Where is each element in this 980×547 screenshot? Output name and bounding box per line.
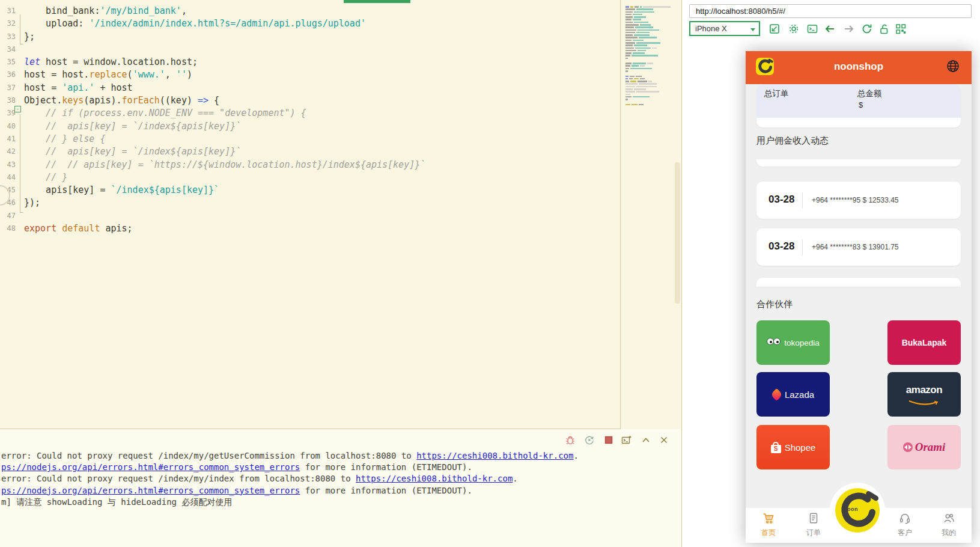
refresh-icon[interactable] (861, 23, 873, 35)
app-title: noonshop (746, 61, 972, 73)
people-icon (942, 512, 955, 525)
settings-gear-icon[interactable] (788, 23, 800, 35)
commission-row[interactable]: 03-28 +964 ********95 $ 12533.45 (756, 182, 961, 219)
code-line[interactable]: 34 (0, 43, 620, 56)
headset-icon (898, 512, 912, 525)
new-terminal-icon[interactable] (621, 435, 632, 445)
chevron-down-icon (750, 28, 755, 31)
line-number: 47 (0, 210, 16, 222)
browser-preview-panel: iPhone X (681, 0, 980, 547)
divider (802, 192, 803, 209)
line-number: 48 (0, 222, 16, 235)
url-input[interactable] (689, 4, 972, 18)
console-line: error: Could not proxy request /index/my… (1, 473, 579, 484)
console-link[interactable]: ps://nodejs.org/api/errors.html#errors_c… (1, 462, 300, 472)
line-number: 37 (0, 82, 16, 94)
code-line[interactable]: 35let host = window.location.host; (0, 56, 620, 69)
orami-butterfly-icon (903, 442, 913, 452)
nav-item-orders[interactable]: 订单 (799, 512, 828, 538)
partner-amazon[interactable]: amazon (887, 372, 961, 417)
code-line[interactable]: 42 // apis[key] = `/index${apis[key]}` (0, 145, 620, 158)
commission-row[interactable]: 03-28 +964 ********83 $ 13901.75 (756, 228, 961, 266)
partner-tokopedia[interactable]: tokopedia (756, 320, 830, 365)
line-number: 34 (0, 43, 16, 56)
screen: 31 bind_bank:'/my/bind_bank',32 upload: … (0, 0, 980, 547)
console-panel: error: Could not proxy request /index/my… (0, 430, 681, 547)
collapse-panel-icon[interactable] (641, 435, 651, 445)
code-line[interactable]: 44 // } (0, 171, 620, 184)
back-arrow-icon[interactable] (824, 23, 836, 35)
editor-scrollbar[interactable] (675, 162, 680, 304)
console-link[interactable]: https://ceshi008.bithold-kr.com (416, 451, 573, 460)
console-line: error: Could not proxy request /index/my… (1, 450, 579, 462)
line-number: 31 (0, 5, 16, 17)
total-amount-value: $ (859, 100, 863, 109)
partner-bukalapak[interactable]: BukaLapak (887, 320, 961, 365)
code-line[interactable]: 46}); (0, 197, 620, 209)
partners-section-title: 合作伙伴 (756, 299, 793, 310)
partner-orami[interactable]: Orami (887, 425, 961, 469)
commission-detail: +964 ********95 $ 12533.45 (812, 196, 898, 204)
minimap[interactable] (620, 0, 681, 429)
code-fold-toggle-icon[interactable]: - (14, 106, 21, 112)
partner-lazada[interactable]: Lazada (756, 372, 830, 417)
code-line[interactable]: 39 // if (process.env.NODE_ENV === "deve… (0, 107, 620, 120)
debug-icon[interactable] (565, 435, 576, 445)
line-number: 38 (0, 94, 16, 107)
code-line[interactable]: 36host = host.replace('www.', '') (0, 69, 620, 81)
code-line[interactable]: 32 upload: '/index/admin/index.html?s=/a… (0, 17, 620, 30)
code-line[interactable]: 43 // // apis[key] = `https://${window.l… (0, 159, 620, 171)
commission-date: 03-28 (768, 240, 794, 252)
partner-label: Shopee (785, 442, 816, 453)
console-link[interactable]: ps://nodejs.org/api/errors.html#errors_c… (1, 486, 300, 495)
console-link[interactable]: https://ceshi008.bithold-kr.com (356, 474, 513, 483)
tokopedia-owl-icon (767, 338, 781, 347)
nav-item-mine[interactable]: 我的 (934, 512, 963, 538)
code-line[interactable]: 31 bind_bank:'/my/bind_bank', (0, 5, 620, 17)
partner-label: tokopedia (784, 338, 820, 347)
code-line[interactable]: 38Object.keys(apis).forEach((key) => { (0, 94, 620, 107)
app-header: noonshop (746, 51, 972, 84)
partner-label: Lazada (785, 390, 814, 400)
code-line[interactable]: 47 (0, 210, 620, 222)
unlock-icon[interactable] (878, 23, 890, 35)
partner-label: BukaLapak (902, 338, 947, 347)
open-in-browser-icon[interactable] (768, 23, 781, 35)
console-line: ps://nodejs.org/api/errors.html#errors_c… (1, 485, 579, 497)
nav-item-home[interactable]: 首页 (754, 512, 783, 538)
code-line[interactable]: 45 apis[key] = `/index${apis[key]}` (0, 184, 620, 197)
nav-item-customers[interactable]: 客户 (890, 512, 919, 538)
line-number: 44 (0, 171, 16, 184)
lazada-heart-icon (770, 388, 783, 400)
qr-grid-icon[interactable] (895, 23, 907, 35)
code-line[interactable]: 41 // } else { (0, 133, 620, 145)
close-panel-icon[interactable] (659, 435, 669, 445)
stop-icon[interactable] (603, 435, 614, 445)
terminal-icon[interactable] (806, 23, 818, 35)
commission-detail: +964 ********83 $ 13901.75 (812, 243, 898, 251)
total-orders-label: 总订单 (764, 88, 789, 99)
partner-shopee[interactable]: S Shopee (756, 425, 830, 469)
console-line: m] 请注意 showLoading 与 hideLoading 必须配对使用 (1, 497, 579, 508)
total-amount-label: 总金额 (857, 88, 882, 99)
line-number: 40 (0, 120, 16, 133)
console-toolbar (565, 435, 681, 447)
line-number: 36 (0, 69, 16, 81)
device-select[interactable]: iPhone X (689, 21, 760, 36)
code-line[interactable]: 33}; (0, 31, 620, 43)
line-number: 32 (0, 17, 16, 30)
code-line[interactable]: 48export default apis; (0, 222, 620, 235)
line-number: 33 (0, 31, 16, 43)
orders-doc-icon (807, 512, 820, 525)
nav-center-noon-logo[interactable]: noon (835, 488, 880, 533)
code-area[interactable]: 31 bind_bank:'/my/bind_bank',32 upload: … (0, 5, 620, 429)
code-editor[interactable]: 31 bind_bank:'/my/bind_bank',32 upload: … (0, 0, 681, 429)
globe-language-icon[interactable] (946, 59, 960, 73)
restart-icon[interactable] (584, 435, 595, 445)
line-number: 43 (0, 159, 16, 171)
divider (802, 239, 803, 255)
forward-arrow-icon[interactable] (843, 23, 855, 35)
commission-card-partial (756, 159, 961, 167)
code-line[interactable]: 37host = 'api.' + host (0, 82, 620, 94)
code-line[interactable]: 40 // apis[key] = `/index${apis[key]}` (0, 120, 620, 133)
